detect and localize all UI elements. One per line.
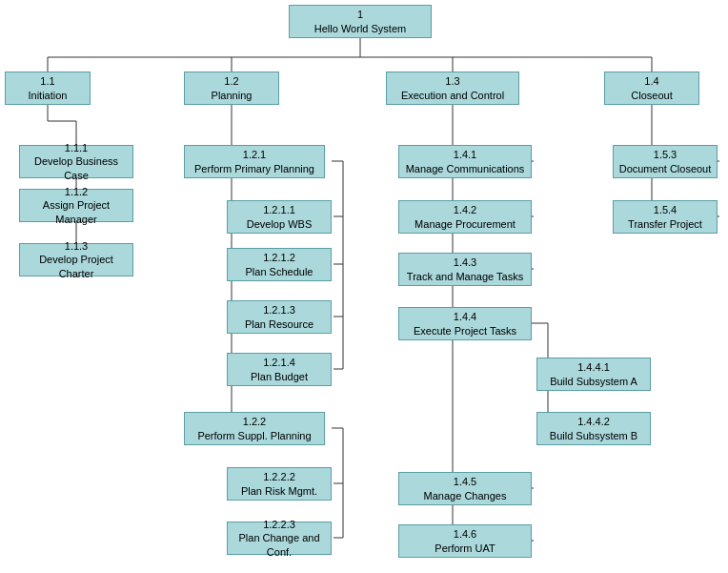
node-153: 1.5.3 Document Closeout xyxy=(613,145,718,178)
node-1212: 1.2.1.2 Plan Schedule xyxy=(227,248,332,281)
node-121: 1.2.1 Perform Primary Planning xyxy=(184,145,325,178)
node-145-id: 1.4.5 xyxy=(454,475,476,488)
node-112: 1.1.2 Assign Project Manager xyxy=(19,189,133,222)
node-1222-id: 1.2.2.2 xyxy=(263,470,295,483)
node-142-label: Manage Procurement xyxy=(415,217,516,231)
node-122-label: Perform Suppl. Planning xyxy=(197,429,311,442)
node-1211-id: 1.2.1.1 xyxy=(263,203,295,216)
node-12-label: Planning xyxy=(212,89,253,102)
node-1213: 1.2.1.3 Plan Resource xyxy=(227,300,332,334)
node-13: 1.3 Execution and Control xyxy=(386,72,519,105)
node-141-id: 1.4.1 xyxy=(454,148,476,161)
node-113-label: Develop Project Charter xyxy=(24,253,129,280)
node-14-id: 1.4 xyxy=(644,74,658,88)
node-154: 1.5.4 Transfer Project xyxy=(613,200,718,234)
node-144-label: Execute Project Tasks xyxy=(414,324,516,338)
node-14-label: Closeout xyxy=(631,89,672,102)
node-12: 1.2 Planning xyxy=(184,72,279,105)
node-1442: 1.4.4.2 Build Subsystem B xyxy=(536,412,651,445)
node-144-id: 1.4.4 xyxy=(454,310,476,323)
node-141-label: Manage Communications xyxy=(406,162,525,175)
node-1442-id: 1.4.4.2 xyxy=(577,415,610,428)
node-153-id: 1.5.3 xyxy=(654,148,677,161)
node-1212-label: Plan Schedule xyxy=(246,265,313,278)
node-1213-label: Plan Resource xyxy=(245,317,313,331)
node-root: 1 Hello World System xyxy=(289,5,432,38)
node-1223-label: Plan Change and Conf. xyxy=(232,531,327,559)
node-12-id: 1.2 xyxy=(224,74,238,88)
node-14: 1.4 Closeout xyxy=(604,72,699,105)
node-1211: 1.2.1.1 Develop WBS xyxy=(227,200,332,234)
node-121-id: 1.2.1 xyxy=(243,148,266,161)
node-145-label: Manage Changes xyxy=(424,489,507,502)
node-143-label: Track and Manage Tasks xyxy=(407,270,523,283)
node-1441-label: Build Subsystem A xyxy=(550,375,637,388)
node-root-id: 1 xyxy=(357,8,363,21)
node-13-label: Execution and Control xyxy=(401,89,504,102)
node-11: 1.1 Initiation xyxy=(5,72,91,105)
node-141: 1.4.1 Manage Communications xyxy=(398,145,532,178)
node-146-id: 1.4.6 xyxy=(454,527,476,541)
node-1223: 1.2.2.3 Plan Change and Conf. xyxy=(227,522,332,555)
node-112-id: 1.1.2 xyxy=(65,185,88,198)
node-1222: 1.2.2.2 Plan Risk Mgmt. xyxy=(227,467,332,501)
node-1441-id: 1.4.4.1 xyxy=(577,360,610,374)
node-1214: 1.2.1.4 Plan Budget xyxy=(227,353,332,386)
node-154-label: Transfer Project xyxy=(628,217,702,231)
node-142: 1.4.2 Manage Procurement xyxy=(398,200,532,234)
node-root-label: Hello World System xyxy=(314,22,406,35)
node-143: 1.4.3 Track and Manage Tasks xyxy=(398,253,532,286)
node-112-label: Assign Project Manager xyxy=(24,198,129,226)
node-146-label: Perform UAT xyxy=(435,542,495,555)
node-146: 1.4.6 Perform UAT xyxy=(398,524,532,558)
node-113-id: 1.1.3 xyxy=(65,239,88,253)
node-1222-label: Plan Risk Mgmt. xyxy=(241,484,317,498)
node-145: 1.4.5 Manage Changes xyxy=(398,472,532,505)
node-111-label: Develop Business Case xyxy=(24,154,129,182)
wbs-diagram: 1 Hello World System 1.1 Initiation 1.2 … xyxy=(0,0,728,573)
node-153-label: Document Closeout xyxy=(619,162,712,175)
node-142-id: 1.4.2 xyxy=(454,203,476,216)
node-1211-label: Develop WBS xyxy=(247,217,312,231)
node-11-id: 1.1 xyxy=(40,74,54,88)
node-143-id: 1.4.3 xyxy=(454,256,476,269)
node-113: 1.1.3 Develop Project Charter xyxy=(19,243,133,276)
node-122-id: 1.2.2 xyxy=(243,415,266,428)
node-1213-id: 1.2.1.3 xyxy=(263,303,295,317)
node-111-id: 1.1.1 xyxy=(65,141,88,154)
node-111: 1.1.1 Develop Business Case xyxy=(19,145,133,178)
node-1442-label: Build Subsystem B xyxy=(550,429,637,442)
node-1214-id: 1.2.1.4 xyxy=(263,356,295,369)
node-144: 1.4.4 Execute Project Tasks xyxy=(398,307,532,340)
node-11-label: Initiation xyxy=(29,89,68,102)
node-121-label: Perform Primary Planning xyxy=(194,162,314,175)
node-1441: 1.4.4.1 Build Subsystem A xyxy=(536,358,651,391)
node-1223-id: 1.2.2.3 xyxy=(263,518,295,531)
node-1214-label: Plan Budget xyxy=(251,370,308,383)
node-1212-id: 1.2.1.2 xyxy=(263,251,295,264)
node-13-id: 1.3 xyxy=(445,74,459,88)
node-154-id: 1.5.4 xyxy=(654,203,677,216)
node-122: 1.2.2 Perform Suppl. Planning xyxy=(184,412,325,445)
